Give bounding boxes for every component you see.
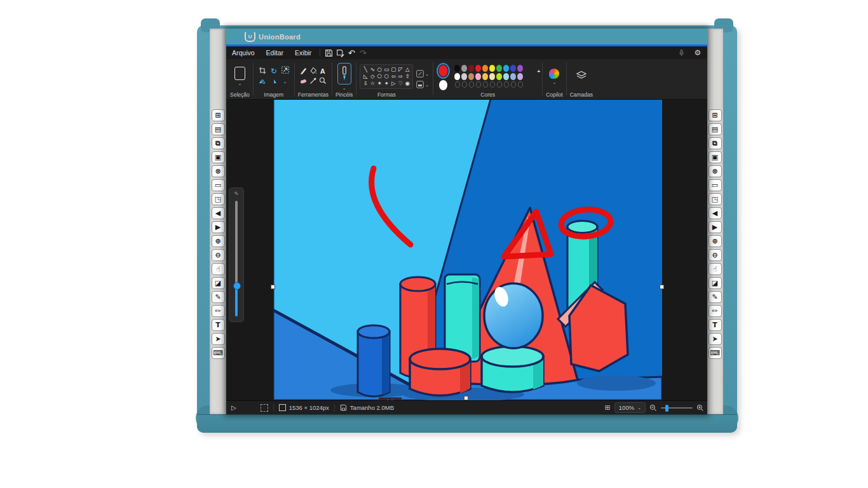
empty-color-slot[interactable] (483, 81, 488, 88)
shape-icon[interactable]: ✶ (376, 80, 383, 87)
color-swatch[interactable] (461, 73, 467, 80)
canvas-resize-handle-bottom[interactable] (464, 396, 468, 400)
keyboard-button-icon[interactable]: ⌨ (212, 347, 225, 359)
print-button-icon[interactable]: ▤ (212, 123, 225, 135)
color-swatch[interactable] (496, 65, 502, 72)
canvas-resize-handle-right[interactable] (660, 285, 664, 289)
text-button-icon[interactable]: T (709, 319, 722, 331)
shape-icon[interactable]: ⇦ (390, 73, 397, 80)
secondary-color-swatch[interactable] (439, 80, 447, 90)
settings-gear-icon[interactable]: ⚙ (692, 48, 703, 58)
shape-icon[interactable]: ○ (376, 66, 383, 73)
document-button-icon[interactable]: ◳ (709, 193, 722, 205)
cursor-button-icon[interactable]: ➤ (709, 333, 722, 345)
shape-icon[interactable]: ⇨ (397, 73, 403, 80)
shape-icon[interactable]: ⇧ (404, 73, 410, 80)
brush-tool-button[interactable] (337, 63, 351, 85)
close-button-icon[interactable]: ⊗ (709, 165, 722, 177)
shape-icon[interactable]: ▷ (390, 80, 397, 87)
save-button-icon[interactable]: ▣ (709, 151, 722, 163)
zoom-out-button-icon[interactable]: ⊖ (709, 249, 722, 261)
empty-color-slot[interactable] (511, 81, 516, 88)
shape-icon[interactable]: ╲ (362, 66, 369, 73)
shape-icon[interactable]: ⬠ (376, 73, 383, 80)
shape-icon[interactable]: ▢ (390, 66, 397, 73)
empty-color-slot[interactable] (518, 81, 523, 88)
empty-color-slot[interactable] (504, 81, 509, 88)
eyedropper-tool-icon[interactable] (309, 76, 317, 87)
color-swatch[interactable] (517, 73, 523, 80)
shape-icon[interactable]: ◸ (397, 66, 403, 73)
shape-icon[interactable]: ▭ (383, 66, 390, 73)
eraser-tool-icon[interactable] (299, 76, 308, 87)
outline-style-dropdown[interactable]: ⌄ (416, 70, 429, 78)
empty-color-slot[interactable] (469, 81, 474, 88)
color-swatch[interactable] (468, 73, 474, 80)
color-swatch[interactable] (503, 73, 509, 80)
shape-icon[interactable]: ◇ (369, 73, 376, 80)
crop-icon[interactable] (259, 65, 266, 77)
save-as-icon[interactable] (334, 48, 346, 58)
color-swatch[interactable] (468, 65, 474, 72)
undo-icon[interactable]: ↶ (346, 48, 357, 58)
color-swatch[interactable] (454, 73, 460, 80)
shape-icon[interactable]: ✦ (383, 80, 390, 87)
cursor-button-icon[interactable]: ➤ (212, 333, 225, 345)
pen-button-icon[interactable]: ✏ (709, 305, 722, 317)
microphone-icon[interactable] (675, 48, 687, 58)
shape-icon[interactable]: ♡ (397, 80, 403, 87)
redo-icon[interactable]: ↷ (357, 48, 369, 58)
layers-icon[interactable] (576, 71, 587, 83)
save-button-icon[interactable]: ▣ (212, 151, 225, 163)
color-swatch[interactable] (482, 73, 488, 80)
shape-icon[interactable]: ⬡ (383, 73, 390, 80)
shape-icon[interactable]: ⇩ (362, 80, 369, 87)
resize-icon[interactable] (281, 65, 290, 77)
canvas-resize-handle-left[interactable] (271, 285, 275, 289)
grid-button-icon[interactable]: ⊞ (212, 109, 225, 121)
new-page-button-icon[interactable]: ⧉ (709, 137, 722, 149)
edit-colors-button[interactable]: + (527, 71, 539, 82)
fit-to-screen-icon[interactable]: ⊞ (605, 403, 611, 412)
zoom-in-button-icon[interactable]: ⊕ (709, 235, 722, 247)
flip-vertical-icon[interactable] (269, 76, 278, 88)
print-button-icon[interactable]: ▤ (709, 123, 722, 135)
empty-color-slot[interactable] (455, 81, 460, 88)
new-page-button-icon[interactable]: ⧉ (212, 137, 225, 149)
zoom-out-button-icon[interactable]: ⊖ (212, 249, 225, 261)
current-color-swatch[interactable] (437, 63, 450, 79)
menu-item[interactable]: Arquivo (226, 48, 261, 58)
color-swatch[interactable] (503, 65, 509, 72)
color-swatch[interactable] (510, 73, 516, 80)
empty-color-slot[interactable] (462, 81, 467, 88)
fill-style-dropdown[interactable]: ⌄ (416, 81, 429, 88)
save-icon[interactable] (323, 48, 334, 58)
arrow-left-button-icon[interactable]: ◀ (212, 207, 225, 219)
empty-color-slot[interactable] (497, 81, 502, 88)
arrow-right-button-icon[interactable]: ▶ (709, 221, 722, 233)
arrow-right-button-icon[interactable]: ▶ (212, 221, 225, 233)
chevron-down-icon[interactable]: ⌄ (238, 81, 241, 86)
eraser-button-icon[interactable]: ◪ (212, 277, 225, 289)
frame-button-icon[interactable]: ▭ (212, 179, 225, 191)
chevron-down-icon[interactable]: ⌄ (552, 80, 556, 85)
zoom-slider-thumb[interactable] (665, 405, 668, 412)
slider-thumb[interactable] (233, 282, 241, 290)
color-swatch[interactable] (510, 65, 516, 72)
touch-button-icon[interactable]: ☝ (212, 263, 225, 275)
shape-icon[interactable]: ◺ (362, 73, 369, 80)
selection-tool-button[interactable] (234, 67, 245, 80)
zoom-in-icon[interactable] (696, 404, 704, 412)
touch-button-icon[interactable]: ☝ (709, 263, 722, 275)
keyboard-button-icon[interactable]: ⌨ (709, 347, 722, 359)
shape-icon[interactable]: ☆ (369, 80, 376, 87)
menu-item[interactable]: Exibir (289, 48, 317, 58)
frame-button-icon[interactable]: ▭ (709, 179, 722, 191)
eraser-button-icon[interactable]: ◪ (709, 277, 722, 289)
shape-icon[interactable]: ∿ (369, 66, 376, 73)
zoom-out-icon[interactable] (649, 404, 657, 412)
grid-button-icon[interactable]: ⊞ (709, 109, 722, 121)
color-swatch[interactable] (461, 65, 467, 72)
color-swatch[interactable] (489, 73, 495, 80)
color-swatch[interactable] (475, 65, 481, 72)
